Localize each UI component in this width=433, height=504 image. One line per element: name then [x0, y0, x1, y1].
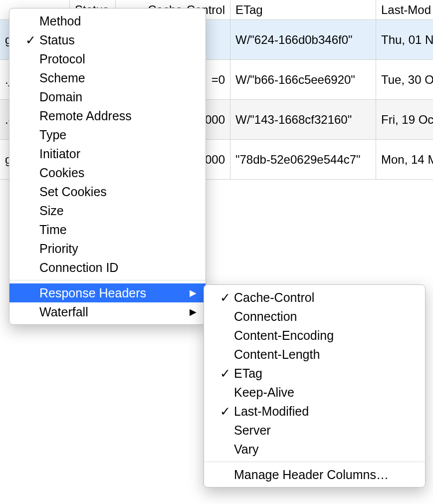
menu-item-label: Vary	[234, 442, 416, 457]
menu-item-manage-header-columns[interactable]: Manage Header Columns…	[204, 465, 425, 484]
submenu-arrow-icon: ▶	[190, 287, 197, 298]
menu-item-label: Remote Address	[39, 109, 197, 123]
menu-item-label: Priority	[39, 242, 197, 256]
menu-item-label: Keep-Alive	[234, 385, 416, 400]
menu-item-label: Connection ID	[39, 260, 197, 275]
menu-item-label: Scheme	[39, 71, 197, 85]
menu-item-label: Server	[234, 423, 416, 438]
cell-last-modified: Fri, 19 Oc	[376, 100, 433, 139]
cell-last-modified: Mon, 14 M	[376, 140, 433, 179]
col-header-last-modified[interactable]: Last-Mod	[376, 0, 433, 20]
menu-item-priority[interactable]: Priority	[9, 239, 206, 258]
menu-item-label: Set Cookies	[39, 185, 197, 199]
menu-item-protocol[interactable]: Protocol	[9, 49, 206, 68]
menu-separator	[204, 462, 425, 462]
menu-item-connection-id[interactable]: Connection ID	[9, 258, 206, 277]
menu-item-label: Content-Length	[234, 347, 416, 362]
menu-item-label: Last-Modified	[234, 404, 416, 419]
cell-etag: W/"143-1668cf32160"	[230, 100, 376, 139]
context-menu-columns: Method✓StatusProtocolSchemeDomainRemote …	[9, 8, 206, 325]
menu-separator	[9, 280, 206, 280]
menu-item-label: Waterfall	[39, 305, 190, 319]
menu-item-keep-alive[interactable]: Keep-Alive	[204, 383, 425, 402]
menu-item-label: Domain	[39, 90, 197, 104]
col-header-etag[interactable]: ETag	[230, 0, 376, 20]
menu-item-label: ETag	[234, 366, 416, 381]
menu-item-label: Content-Encoding	[234, 328, 416, 343]
submenu-response-headers: ✓Cache-ControlConnectionContent-Encoding…	[204, 284, 426, 488]
menu-item-last-modified[interactable]: ✓Last-Modified	[204, 402, 425, 421]
menu-item-vary[interactable]: Vary	[204, 440, 425, 459]
menu-item-server[interactable]: Server	[204, 421, 425, 440]
menu-item-label: Cache-Control	[234, 290, 416, 305]
menu-item-label: Time	[39, 223, 197, 237]
check-icon: ✓	[219, 404, 231, 419]
menu-item-label: Connection	[234, 309, 416, 324]
cell-last-modified: Thu, 01 N	[376, 20, 433, 59]
menu-item-initiator[interactable]: Initiator	[9, 144, 206, 163]
menu-item-connection[interactable]: Connection	[204, 307, 425, 326]
cell-etag: W/"624-166d0b346f0"	[230, 20, 376, 59]
menu-item-domain[interactable]: Domain	[9, 87, 206, 106]
menu-item-cookies[interactable]: Cookies	[9, 163, 206, 182]
menu-item-time[interactable]: Time	[9, 220, 206, 239]
cell-etag: "78db-52e0629e544c7"	[230, 140, 376, 179]
menu-item-label: Manage Header Columns…	[234, 468, 416, 482]
menu-item-scheme[interactable]: Scheme	[9, 68, 206, 87]
menu-item-label: Size	[39, 204, 197, 218]
menu-item-cache-control[interactable]: ✓Cache-Control	[204, 288, 425, 307]
menu-item-label: Type	[39, 128, 197, 142]
menu-item-method[interactable]: Method	[9, 11, 206, 30]
menu-item-label: Method	[39, 14, 197, 28]
menu-item-set-cookies[interactable]: Set Cookies	[9, 182, 206, 201]
menu-item-label: Initiator	[39, 147, 197, 161]
menu-item-type[interactable]: Type	[9, 125, 206, 144]
menu-item-label: Status	[39, 33, 197, 47]
menu-item-size[interactable]: Size	[9, 201, 206, 220]
cell-etag: W/"b66-166c5ee6920"	[230, 60, 376, 99]
check-icon: ✓	[219, 366, 231, 381]
menu-item-response-headers[interactable]: Response Headers▶	[9, 283, 206, 302]
submenu-arrow-icon: ▶	[190, 306, 197, 317]
menu-item-waterfall[interactable]: Waterfall▶	[9, 302, 206, 321]
menu-item-etag[interactable]: ✓ETag	[204, 364, 425, 383]
menu-item-status[interactable]: ✓Status	[9, 30, 206, 49]
menu-item-content-length[interactable]: Content-Length	[204, 345, 425, 364]
menu-item-remote-address[interactable]: Remote Address	[9, 106, 206, 125]
cell-last-modified: Tue, 30 O	[376, 60, 433, 99]
check-icon: ✓	[219, 290, 231, 305]
menu-item-content-encoding[interactable]: Content-Encoding	[204, 326, 425, 345]
check-icon: ✓	[24, 33, 36, 47]
menu-item-label: Cookies	[39, 166, 197, 180]
menu-item-label: Response Headers	[39, 286, 190, 300]
menu-item-label: Protocol	[39, 52, 197, 66]
